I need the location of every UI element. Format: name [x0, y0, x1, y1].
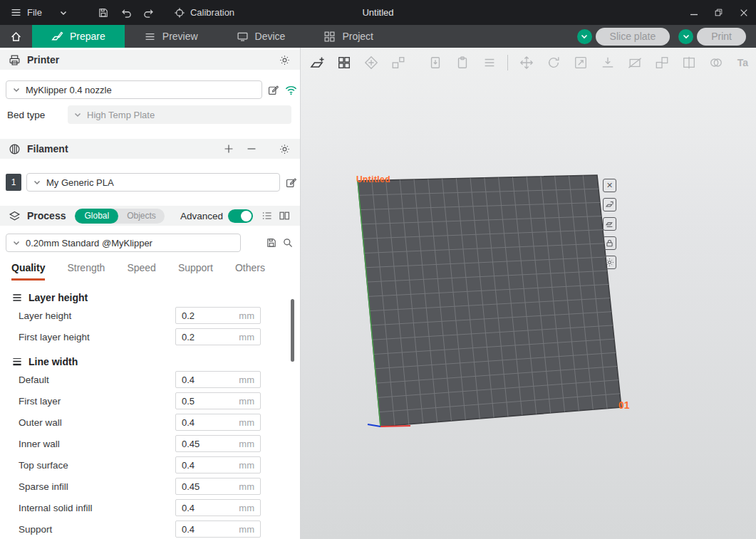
text-tool-icon[interactable]: Ta: [734, 53, 752, 71]
delete-plate-icon[interactable]: ✕: [603, 179, 616, 192]
arrange-plates-icon[interactable]: [335, 53, 353, 71]
printer-preset-value: MyKlipper 0.4 nozzle: [26, 85, 112, 95]
setting-label: Support: [19, 524, 52, 535]
setting-value-input[interactable]: 0.4mm: [175, 456, 261, 473]
remove-filament-icon[interactable]: [247, 144, 257, 154]
print-options-dropdown[interactable]: [678, 29, 693, 44]
bed-type-dropdown[interactable]: High Temp Plate: [68, 105, 291, 124]
orient-icon[interactable]: [362, 53, 380, 71]
setting-value-input[interactable]: 0.4mm: [175, 414, 261, 431]
tab-preview[interactable]: Preview: [125, 25, 217, 48]
process-icon: [9, 210, 21, 222]
setting-label: First layer height: [19, 332, 90, 342]
tab-device[interactable]: Device: [217, 25, 305, 48]
setting-value-input[interactable]: 0.45mm: [175, 478, 261, 495]
chevron-down-icon: [74, 112, 81, 117]
group-line-width: Line width: [11, 356, 300, 367]
undo-button[interactable]: [115, 4, 137, 22]
tab-speed[interactable]: Speed: [127, 262, 155, 278]
calibration-button[interactable]: Calibration: [174, 7, 234, 19]
lock-plate-icon[interactable]: [603, 236, 616, 250]
shuffle-plate-icon[interactable]: [603, 198, 616, 211]
compare-presets-icon[interactable]: [279, 210, 290, 221]
slice-plate-button[interactable]: Slice plate: [596, 28, 670, 46]
close-button[interactable]: [731, 0, 756, 25]
filament-slot-badge[interactable]: 1: [6, 174, 21, 191]
sidebar: Printer MyKlipper 0.4 nozzle Bed t: [0, 48, 301, 539]
save-project-button[interactable]: [93, 4, 114, 22]
tab-strength[interactable]: Strength: [67, 262, 105, 278]
setting-value-input[interactable]: 0.4mm: [175, 371, 261, 388]
plate-name-label[interactable]: Untitled: [356, 174, 390, 184]
add-filament-icon[interactable]: [224, 144, 234, 154]
window-title: Untitled: [362, 7, 393, 18]
tab-support[interactable]: Support: [178, 262, 213, 278]
setting-value-input[interactable]: 0.4mm: [175, 499, 261, 516]
filament-preset-combobox[interactable]: My Generic PLA: [26, 173, 280, 192]
file-menu-label: File: [27, 7, 42, 18]
setting-value-input[interactable]: 0.45mm: [175, 435, 261, 452]
save-preset-icon[interactable]: [266, 237, 277, 248]
print-button[interactable]: Print: [697, 28, 746, 46]
cut-icon[interactable]: [626, 53, 643, 71]
assembly-view-icon[interactable]: [480, 53, 498, 71]
move-icon[interactable]: [517, 53, 535, 71]
layer-height-icon: [11, 292, 23, 303]
advanced-toggle[interactable]: [228, 209, 253, 223]
bed-type-row: Bed type High Temp Plate: [6, 105, 291, 124]
minimize-button[interactable]: [681, 0, 706, 25]
setting-value-input[interactable]: 0.2mm: [175, 328, 261, 345]
file-menu[interactable]: File: [7, 4, 73, 21]
setting-row-first-layer: First layer 0.5mm: [19, 390, 261, 412]
setting-value-input[interactable]: 0.5mm: [175, 392, 261, 409]
setting-label: First layer: [19, 396, 61, 407]
import-icon[interactable]: [426, 53, 444, 71]
plate-list-icon[interactable]: [603, 217, 616, 231]
chevron-down-icon: [13, 87, 20, 93]
printer-preset-combobox[interactable]: MyKlipper 0.4 nozzle: [6, 80, 262, 99]
tab-label: Project: [342, 31, 373, 42]
process-preset-combobox[interactable]: 0.20mm Standard @MyKlipper: [6, 234, 241, 252]
wifi-connection-icon[interactable]: [284, 84, 298, 95]
build-plate[interactable]: [301, 48, 756, 539]
redo-button[interactable]: [138, 4, 160, 22]
tab-prepare[interactable]: Prepare: [32, 25, 125, 48]
split-parts-icon[interactable]: [680, 53, 698, 71]
paste-icon[interactable]: [453, 53, 471, 71]
flatten-icon[interactable]: [599, 53, 616, 71]
edit-filament-preset-icon[interactable]: [285, 177, 297, 189]
setting-value-input[interactable]: 0.2mm: [175, 307, 261, 324]
setting-label: Sparse infill: [19, 481, 68, 492]
slice-options-dropdown[interactable]: [577, 29, 592, 44]
filament-section-header: Filament: [0, 139, 300, 159]
home-button[interactable]: [0, 25, 32, 48]
plate-settings-gear-icon[interactable]: [603, 256, 616, 269]
scope-global-button[interactable]: Global: [75, 209, 118, 224]
setting-label: Outer wall: [19, 417, 62, 428]
search-settings-icon[interactable]: [282, 237, 294, 248]
filament-settings-gear-icon[interactable]: [279, 144, 290, 155]
filament-section-title: Filament: [27, 143, 68, 155]
setting-row-sparse-infill: Sparse infill 0.45mm: [19, 476, 261, 497]
tab-others[interactable]: Others: [235, 262, 265, 278]
rotate-icon[interactable]: [544, 53, 562, 71]
setting-value-input[interactable]: 0.4mm: [175, 520, 261, 538]
scale-icon[interactable]: [571, 53, 589, 71]
maximize-button[interactable]: [706, 0, 731, 25]
preset-list-icon[interactable]: [262, 210, 273, 221]
tab-quality[interactable]: Quality: [11, 262, 45, 281]
title-bar: File Calibration Untitled: [0, 0, 756, 25]
split-objects-icon[interactable]: [653, 53, 670, 71]
preview-icon: [144, 31, 156, 43]
sidebar-scrollbar-thumb[interactable]: [291, 299, 294, 362]
arrange-objects-icon[interactable]: [389, 53, 407, 71]
mesh-boolean-icon[interactable]: [707, 53, 725, 71]
tab-project[interactable]: Project: [304, 25, 393, 48]
3d-viewport[interactable]: Ta Untitled 01 ✕: [301, 48, 756, 539]
add-plate-icon[interactable]: [308, 53, 326, 71]
setting-row-top-surface: Top surface 0.4mm: [19, 454, 261, 476]
edit-printer-preset-icon[interactable]: [267, 84, 279, 96]
scope-objects-button[interactable]: Objects: [118, 209, 165, 224]
printer-section-title: Printer: [27, 54, 59, 66]
printer-settings-gear-icon[interactable]: [279, 55, 290, 66]
